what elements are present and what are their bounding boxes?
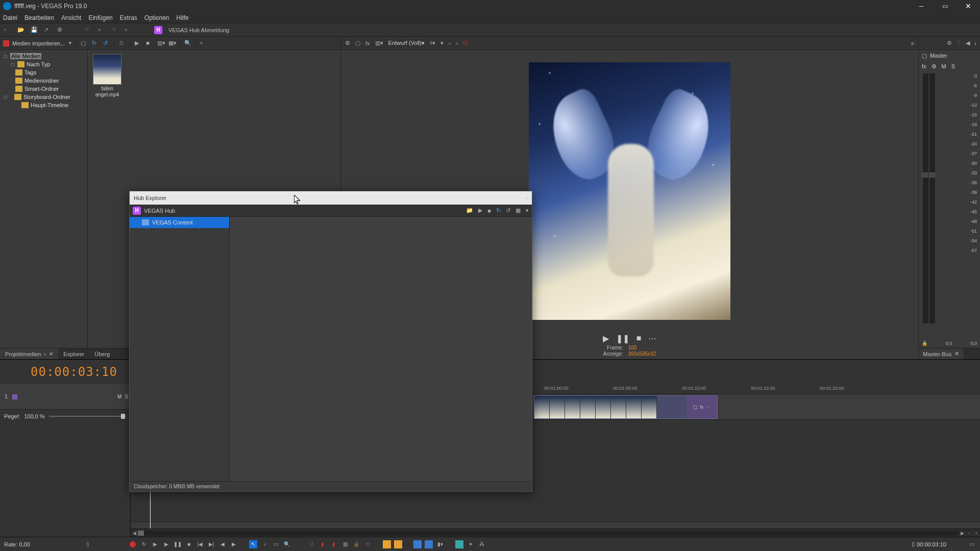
hamburger-icon[interactable]: ≡	[911, 40, 914, 46]
menu-einfuegen[interactable]: Einfügen	[88, 14, 112, 21]
project-props-icon[interactable]: ⚙	[345, 40, 350, 46]
marker2-icon[interactable]	[394, 540, 402, 548]
preview-quality-dropdown[interactable]: Entwurf (Voll)▾	[388, 40, 425, 46]
preview-play-icon[interactable]: ▶	[603, 334, 609, 343]
tab-ueberg[interactable]: Überg	[89, 348, 115, 359]
preview-stop-icon[interactable]: ■	[636, 334, 642, 343]
split2-icon[interactable]: ▮	[330, 540, 338, 548]
overlay-icon[interactable]: ♯▾	[430, 40, 435, 46]
timeline-clip[interactable]: ▢ fx ⋯	[534, 395, 718, 419]
menu-extras[interactable]: Extras	[120, 14, 137, 21]
master-fx-icon[interactable]: fx	[922, 63, 926, 69]
selection-icon[interactable]: ▭	[272, 540, 280, 548]
tool-teal-icon[interactable]	[455, 540, 463, 548]
hub-view-icon[interactable]: ▦	[516, 207, 521, 214]
rate-marker-icon[interactable]: ▯	[84, 540, 92, 548]
vegas-stream-icon[interactable]: Ⓥ	[463, 39, 469, 47]
zoom-in-icon[interactable]: +	[973, 531, 980, 536]
tree-nach-typ[interactable]: ▢Nach Typ	[0, 60, 87, 68]
autopreview-icon[interactable]: ▥▾	[157, 40, 164, 47]
marker1-icon[interactable]	[383, 540, 391, 548]
undo-icon[interactable]: ↶	[85, 27, 92, 34]
hub-dropdown-icon[interactable]: ▾	[526, 207, 529, 214]
master-auto-icon[interactable]: ⚙	[932, 63, 937, 70]
ext2-icon[interactable]: ▫	[513, 540, 522, 548]
gear-icon[interactable]: ⚙	[947, 40, 952, 46]
copy-snapshot-icon[interactable]: ▫	[449, 40, 451, 46]
scroll-right-icon[interactable]: ▶	[959, 531, 966, 536]
snap-icon[interactable]: U	[307, 540, 315, 548]
rate-display[interactable]: Rate: 0,00	[4, 541, 81, 547]
capture-icon[interactable]: ▢	[81, 40, 88, 47]
tab-pin-icon[interactable]: ▫	[44, 351, 46, 357]
external-monitor-icon[interactable]: ▢	[355, 40, 360, 46]
tree-alle-medien[interactable]: ▢Alle Medien	[0, 52, 87, 60]
pause-button[interactable]: ❚❚	[174, 540, 182, 548]
track-color-icon[interactable]	[12, 394, 17, 399]
tab-projektmedien[interactable]: Projektmedien▫✕	[0, 348, 58, 359]
tool-blue2-icon[interactable]	[425, 540, 433, 548]
ext1-icon[interactable]: ▫	[502, 540, 510, 548]
record-button[interactable]	[129, 540, 137, 548]
track-solo-button[interactable]: S	[125, 394, 128, 399]
timecode-display[interactable]: 00:00:03:10	[0, 365, 117, 379]
tree-tags[interactable]: Tags	[0, 68, 87, 77]
video-fx-icon[interactable]: fx	[365, 40, 370, 46]
more-icon[interactable]: ⋯	[706, 405, 710, 410]
properties-icon[interactable]: ⚙	[57, 27, 64, 34]
tree-medienordner[interactable]: Medienordner	[0, 77, 87, 85]
transport-timecode[interactable]: ▯ 00:00:03:10	[912, 541, 946, 547]
ext3-icon[interactable]: ▫	[525, 540, 533, 548]
loop-button[interactable]: ↻	[140, 540, 148, 548]
undo-dropdown-icon[interactable]: ▾	[98, 27, 105, 34]
zoom-icon[interactable]: 🔍	[283, 540, 291, 548]
timeline-scrollbar[interactable]: ◀ ▶ − +	[131, 529, 980, 537]
zoom-out-icon[interactable]: −	[966, 531, 973, 536]
redo-dropdown-icon[interactable]: ▾	[125, 27, 132, 34]
ripple-icon[interactable]: ▥	[341, 540, 349, 548]
mixer-icon[interactable]: ⫞	[974, 40, 977, 46]
hub-auto-icon[interactable]: ↻	[496, 207, 501, 214]
save-snapshot-icon[interactable]: ▫	[456, 40, 458, 46]
close-button[interactable]: ✕	[957, 0, 980, 12]
tab-explorer[interactable]: Explorer	[58, 348, 89, 359]
play-start-button[interactable]: ▶	[151, 540, 159, 548]
auto-ripple-icon[interactable]: ⟲	[363, 540, 372, 548]
import-media-dropdown[interactable]: Medien importieren... ▼	[3, 40, 72, 46]
master-solo-button[interactable]: S	[951, 63, 955, 69]
tree-smart-ordner[interactable]: Smart-Ordner	[0, 85, 87, 93]
clip-controls[interactable]: ▢ fx ⋯	[687, 396, 717, 418]
insert-icon[interactable]: ▢	[922, 53, 927, 59]
hub-play-icon[interactable]: ▶	[478, 207, 482, 214]
stop-button[interactable]: ■	[185, 540, 193, 548]
menu-optionen[interactable]: Optionen	[144, 14, 169, 21]
lock-icon[interactable]: 🔒	[922, 341, 927, 346]
get-media-icon[interactable]: ↻	[92, 40, 99, 47]
split-icon[interactable]: ▮	[318, 540, 327, 548]
properties-media-icon[interactable]: ⚙	[119, 40, 126, 47]
preview-more-icon[interactable]: ⋯	[648, 334, 656, 343]
menu-bearbeiten[interactable]: Bearbeiten	[24, 14, 54, 21]
track-mute-button[interactable]: M	[117, 394, 121, 399]
downmix-icon[interactable]: ◀	[966, 40, 970, 46]
menu-ansicht[interactable]: Ansicht	[61, 14, 81, 21]
scroll-thumb[interactable]	[138, 531, 144, 536]
menu-hilfe[interactable]: Hilfe	[177, 14, 189, 21]
hub-explorer-window[interactable]: Hub Explorer ▫ H VEGAS Hub 📁 ▶ ■ ↻ ↺ ▦ ▾…	[129, 191, 532, 492]
render-icon[interactable]: ↗	[44, 27, 51, 34]
tool-blue1-icon[interactable]	[413, 540, 422, 548]
hub-refresh-icon[interactable]: ↺	[506, 207, 510, 214]
redo-icon[interactable]: ↷	[111, 27, 118, 34]
media-clip[interactable]: fallen angel.mp4	[92, 54, 122, 98]
tree-storyboard[interactable]: ▢Storyboard-Ordner	[0, 93, 87, 101]
envelope-icon[interactable]: ⫞	[260, 540, 268, 548]
sort-dropdown-icon[interactable]: ▾	[200, 40, 207, 47]
track-header-1[interactable]: 1 M S	[0, 384, 130, 410]
play-media-icon[interactable]: ▶	[135, 40, 142, 47]
save-icon[interactable]: 💾	[31, 27, 38, 34]
hub-close-icon[interactable]: ▫	[526, 195, 528, 201]
normal-edit-icon[interactable]: ↖	[249, 540, 257, 548]
view-icon[interactable]: ▦▾	[168, 40, 176, 47]
crop-icon[interactable]: ▢	[693, 405, 698, 410]
color-icon[interactable]: ⁂	[478, 540, 486, 548]
